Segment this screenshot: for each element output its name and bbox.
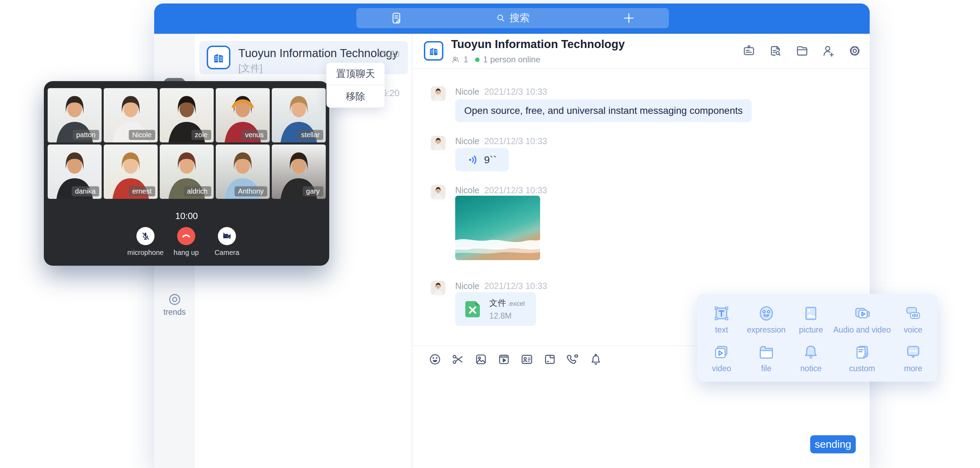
nav-item-trends[interactable]: trends (154, 292, 195, 317)
panel-label: file (761, 364, 771, 373)
menu-item-pin-chat[interactable]: 置顶聊天 (326, 63, 385, 85)
audio-video-icon (853, 304, 871, 323)
text-icon (713, 304, 730, 323)
video-icon (713, 343, 730, 361)
message-avatar[interactable] (431, 86, 445, 101)
camera-off-button[interactable] (218, 227, 236, 245)
file-folder-icon (757, 343, 775, 361)
emoji-icon[interactable] (428, 352, 442, 366)
participant-name: Anthony (235, 186, 267, 196)
message-avatar[interactable] (431, 136, 445, 150)
contact-card-icon[interactable] (520, 352, 534, 366)
video-call-overlay: patton Nicole zole venus stellar danika (44, 81, 329, 266)
participant-name: gary (303, 186, 323, 196)
menu-item-remove[interactable]: 移除 (326, 85, 385, 107)
file-icon[interactable] (794, 43, 809, 58)
search-center[interactable]: 搜索 (496, 11, 530, 25)
participant-tile[interactable]: patton (48, 88, 102, 142)
message-time: 2021/12/3 10:33 (484, 136, 547, 146)
custom-icon (853, 343, 871, 361)
participant-tile[interactable]: venus (216, 88, 270, 142)
notification-bell-icon[interactable] (589, 352, 603, 366)
image-icon[interactable] (474, 352, 488, 366)
call-icon[interactable] (566, 352, 580, 366)
panel-item-picture[interactable]: picture (789, 300, 834, 339)
participant-name: aldrich (184, 186, 211, 196)
conversation-title: Tuoyun Information Technology (239, 47, 398, 60)
message-header: Nicole2021/12/3 10:33 (455, 185, 547, 195)
participant-tile[interactable]: Nicole (104, 88, 158, 142)
file-message-bubble[interactable]: 文件 .excel 12.8M (455, 292, 536, 326)
chat-main: Tuoyun Information Technology 1 1 person… (412, 34, 870, 468)
conversation-context-menu: 置顶聊天 移除 (326, 63, 385, 108)
camera-label: Camera (215, 249, 239, 257)
panel-item-notice[interactable]: notice (789, 339, 834, 377)
member-count: 1 (463, 55, 468, 64)
participant-name: stellar (298, 130, 323, 140)
panel-item-file[interactable]: file (744, 339, 789, 377)
microphone-label: microphone (127, 249, 164, 257)
panel-item-video[interactable]: video (699, 339, 744, 377)
message-avatar[interactable] (431, 185, 445, 200)
message-time: 2021/12/3 10:33 (484, 281, 547, 291)
plus-icon[interactable] (622, 11, 636, 25)
notice-bell-icon (802, 343, 820, 361)
folder-icon[interactable] (543, 352, 557, 366)
send-button[interactable]: sending (810, 435, 856, 454)
chat-header: Tuoyun Information Technology 1 1 person… (412, 34, 870, 69)
participant-tile[interactable]: stellar (272, 88, 326, 142)
chat-history-search-icon[interactable] (768, 43, 783, 58)
panel-item-more[interactable]: more (891, 339, 935, 377)
sender-name: Nicole (455, 136, 479, 146)
top-bar: 搜索 (154, 3, 870, 34)
participant-tile[interactable]: gary (272, 144, 326, 199)
voice-icon (904, 304, 922, 323)
message-avatar[interactable] (431, 281, 445, 295)
camera-control: Camera (206, 227, 248, 257)
video-clip-icon[interactable] (497, 352, 511, 366)
settings-gear-icon[interactable] (847, 43, 862, 58)
panel-item-custom[interactable]: custom (834, 339, 891, 377)
chat-title: Tuoyun Information Technology (451, 38, 625, 51)
search-icon (496, 13, 506, 23)
building-icon (428, 45, 439, 57)
hang-up-icon (181, 231, 191, 241)
panel-item-text[interactable]: text (699, 300, 744, 339)
participant-tile[interactable]: ernest (104, 144, 158, 199)
participant-tile[interactable]: zole (160, 88, 214, 142)
panel-item-expression[interactable]: expression (744, 300, 789, 339)
online-status: 1 person online (483, 55, 540, 64)
message-header: Nicole2021/12/3 10:33 (455, 136, 547, 146)
panel-item-audio-video[interactable]: Audio and video (834, 300, 891, 339)
text-message-bubble[interactable]: Open source, free, and universal instant… (455, 99, 752, 122)
search-bar[interactable]: 搜索 (356, 8, 669, 28)
message-header: Nicole2021/12/3 10:33 (455, 281, 547, 291)
microphone-mute-button[interactable] (137, 227, 154, 245)
microphone-control: microphone (124, 227, 166, 257)
trends-icon (167, 292, 182, 307)
image-message-beach[interactable] (455, 196, 540, 260)
chat-meta: 1 1 person online (451, 55, 540, 64)
conversation-time: 15:20 (377, 49, 399, 59)
screenshot-scissors-icon[interactable] (451, 352, 465, 366)
chat-group-avatar (424, 41, 443, 61)
hang-up-button[interactable] (177, 227, 195, 245)
chat-header-actions (741, 43, 862, 58)
add-member-icon[interactable] (821, 43, 835, 58)
participant-tile[interactable]: Anthony (216, 144, 270, 199)
panel-item-voice[interactable]: voice (891, 300, 935, 339)
panel-label: expression (747, 325, 786, 335)
participant-tile[interactable]: danika (48, 144, 102, 199)
voice-wave-icon (468, 154, 479, 166)
group-avatar-icon (207, 46, 231, 69)
notes-icon[interactable] (390, 11, 403, 25)
sender-name: Nicole (455, 185, 479, 195)
call-timer: 10:00 (44, 211, 329, 222)
message-time: 2021/12/3 10:33 (484, 185, 547, 195)
voice-message-bubble[interactable]: 9`` (455, 148, 509, 171)
mic-muted-icon (140, 231, 151, 241)
voice-duration: 9`` (484, 154, 497, 166)
group-notice-icon[interactable] (741, 43, 756, 58)
participant-tile[interactable]: aldrich (160, 144, 214, 199)
message-text: Open source, free, and universal instant… (464, 105, 743, 116)
